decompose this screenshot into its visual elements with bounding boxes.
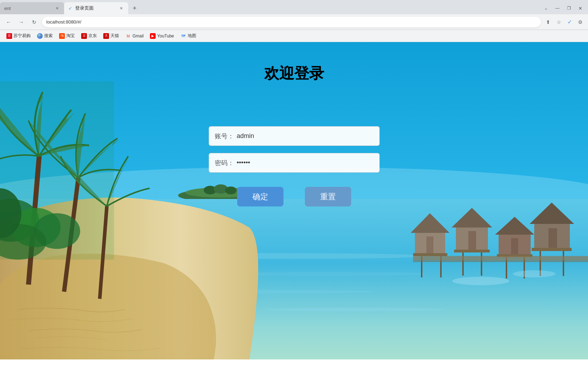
bookmarks-bar: 苏 苏宁易购 🔍 搜索 淘 淘宝 京 京东 天 天猫 M Gmail ▶ You… (0, 30, 588, 42)
svg-rect-26 (524, 257, 525, 278)
tab-2-favicon: ✓ (68, 6, 72, 11)
svg-rect-12 (0, 81, 114, 260)
bookmark-suning[interactable]: 苏 苏宁易购 (4, 31, 33, 40)
button-row: 确定 重置 (237, 187, 351, 206)
svg-point-20 (0, 188, 21, 238)
password-input[interactable] (237, 159, 374, 167)
browser-chrome: ent ✕ ✓ 登录页面 ✕ + ⌄ — ❐ ✕ ← → ↻ ⬆ ☆ ✓ ⚙ (0, 0, 588, 42)
youtube-icon: ▶ (150, 33, 156, 39)
tab-2-close[interactable]: ✕ (118, 5, 124, 11)
search-icon: 🔍 (37, 33, 43, 39)
svg-rect-36 (413, 253, 447, 256)
maximize-button[interactable]: ❐ (564, 3, 574, 13)
new-tab-button[interactable]: + (130, 3, 140, 13)
tab-1[interactable]: ent ✕ (0, 2, 64, 14)
bookmark-maps-label: 地图 (188, 33, 196, 39)
svg-rect-35 (426, 236, 433, 254)
confirm-button[interactable]: 确定 (237, 187, 283, 206)
svg-point-16 (0, 199, 39, 242)
bookmark-jingdong[interactable]: 京 京东 (78, 31, 100, 40)
gmail-icon: M (125, 33, 131, 39)
tab-2[interactable]: ✓ 登录页面 ✕ (64, 2, 128, 14)
svg-rect-43 (540, 251, 541, 276)
bookmark-jingdong-label: 京东 (88, 33, 97, 39)
svg-rect-42 (532, 248, 572, 251)
svg-point-11 (267, 308, 445, 311)
jingdong-icon: 京 (81, 33, 87, 39)
svg-rect-31 (462, 252, 464, 276)
svg-rect-46 (413, 260, 588, 262)
reload-button[interactable]: ↻ (29, 17, 39, 27)
svg-marker-28 (452, 208, 492, 228)
svg-marker-22 (495, 217, 534, 235)
bookmark-taobao[interactable]: 淘 淘宝 (56, 31, 78, 40)
svg-rect-23 (511, 238, 518, 256)
page-title: 欢迎登录 (264, 63, 324, 83)
svg-rect-33 (415, 233, 445, 254)
bookmark-youtube[interactable]: ▶ YouTube (147, 32, 177, 40)
bookmark-suning-label: 苏宁易购 (14, 33, 31, 39)
back-button[interactable]: ← (4, 17, 14, 27)
bookmark-tmall-label: 天猫 (110, 33, 119, 39)
svg-line-14 (64, 178, 78, 292)
tab-bar: ent ✕ ✓ 登录页面 ✕ + ⌄ — ❐ ✕ (0, 0, 588, 14)
address-actions: ⬆ ☆ ✓ ⚙ (544, 18, 584, 26)
svg-rect-29 (468, 231, 476, 251)
share-icon[interactable]: ⬆ (544, 18, 552, 26)
username-field-row: 账号： (209, 126, 380, 146)
bookmark-maps[interactable]: 🗺 地图 (178, 31, 199, 40)
bookmark-tmall[interactable]: 天 天猫 (100, 31, 122, 40)
svg-rect-30 (454, 250, 490, 252)
tmall-icon: 天 (103, 33, 109, 39)
svg-point-10 (125, 290, 374, 293)
window-controls: ⌄ — ❐ ✕ (541, 3, 588, 13)
minimize-button[interactable]: — (552, 3, 562, 13)
tab-1-label: ent (4, 6, 11, 11)
bookmark-star-icon[interactable]: ☆ (555, 18, 563, 26)
svg-point-9 (214, 272, 427, 276)
svg-line-13 (28, 156, 39, 285)
bookmark-youtube-label: YouTube (157, 34, 174, 39)
bookmark-taobao-label: 淘宝 (66, 33, 75, 39)
page-content: 欢迎登录 账号： 密码： 确定 重置 (0, 42, 588, 359)
svg-point-48 (513, 270, 556, 277)
svg-rect-39 (534, 224, 570, 249)
svg-rect-38 (440, 256, 442, 277)
svg-marker-34 (411, 213, 449, 233)
address-bar: ← → ↻ ⬆ ☆ ✓ ⚙ (0, 14, 588, 30)
svg-rect-7 (0, 199, 588, 359)
chevron-down-icon[interactable]: ⌄ (541, 3, 551, 13)
password-label: 密码： (215, 159, 234, 167)
extensions-icon[interactable]: ⚙ (576, 18, 584, 26)
username-label: 账号： (215, 132, 234, 140)
svg-rect-21 (499, 235, 531, 256)
username-input[interactable] (237, 132, 374, 140)
bookmark-gmail[interactable]: M Gmail (123, 32, 146, 40)
svg-rect-24 (497, 254, 532, 257)
bookmark-gmail-label: Gmail (132, 34, 144, 39)
svg-point-19 (0, 224, 46, 260)
svg-rect-44 (563, 251, 564, 276)
svg-rect-25 (506, 257, 507, 278)
svg-rect-32 (481, 252, 482, 276)
svg-rect-27 (456, 228, 488, 251)
svg-rect-45 (413, 256, 588, 260)
bookmark-search[interactable]: 🔍 搜索 (34, 31, 56, 40)
tab-1-close[interactable]: ✕ (54, 5, 60, 11)
password-field-row: 密码： (209, 153, 380, 173)
suning-icon: 苏 (6, 33, 12, 39)
svg-point-17 (11, 208, 61, 247)
maps-icon: 🗺 (181, 33, 186, 39)
reset-button[interactable]: 重置 (305, 187, 351, 206)
svg-rect-41 (548, 228, 557, 249)
svg-point-18 (34, 213, 80, 249)
browser-profile-icon[interactable]: ✓ (565, 18, 574, 26)
close-window-button[interactable]: ✕ (575, 3, 585, 13)
tab-2-label: 登录页面 (75, 5, 94, 11)
forward-button[interactable]: → (16, 17, 26, 27)
svg-rect-37 (421, 256, 422, 277)
address-input[interactable] (42, 17, 541, 27)
svg-marker-40 (530, 203, 574, 224)
bookmark-search-label: 搜索 (44, 33, 53, 39)
svg-point-8 (142, 253, 427, 259)
